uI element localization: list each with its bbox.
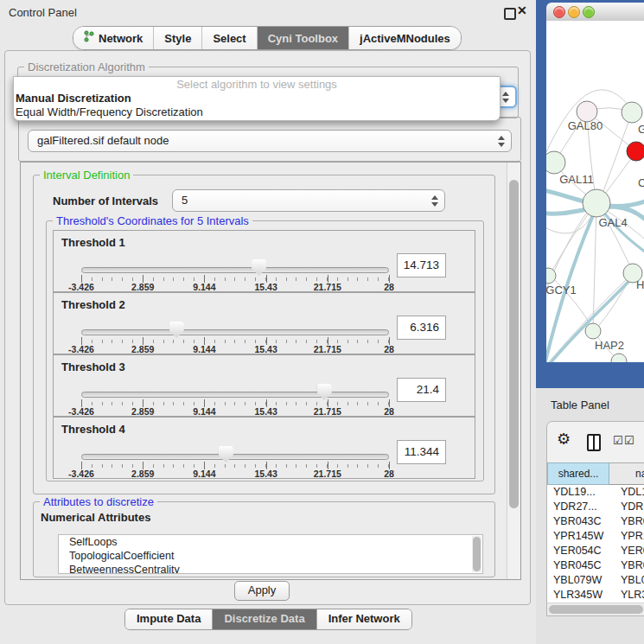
tab-style[interactable]: Style: [153, 27, 201, 49]
attribute-list-item[interactable]: TopologicalCoefficient: [59, 549, 482, 563]
table-hscrollbar-thumb[interactable]: [549, 605, 643, 614]
cell-shared-name[interactable]: YBL079W: [547, 573, 615, 588]
tab-discretize-data[interactable]: Discretize Data: [212, 609, 316, 629]
show-column-checkbox-icon[interactable]: ☑: [613, 435, 623, 447]
table-data-group: Table Data galFiltered.sif default node: [18, 117, 521, 162]
cell-shared-name[interactable]: YDR27...: [547, 500, 615, 514]
combo-stepper-icon: [498, 131, 505, 151]
settings-scrollbar[interactable]: [507, 163, 520, 579]
network-window-titlebar[interactable]: [546, 3, 644, 22]
threshold-value-field[interactable]: 6.316: [397, 316, 446, 340]
algorithm-option-equal-width[interactable]: Equal Width/Frequency Discretization: [14, 105, 500, 119]
threshold-value-field[interactable]: 11.344: [397, 440, 446, 464]
cell-name[interactable]: YDR2: [615, 500, 644, 514]
cell-shared-name[interactable]: YBR045C: [547, 558, 615, 573]
table-row[interactable]: YBR043CYBR0: [547, 514, 644, 529]
table-data-combobox-value: galFiltered.sif default node: [37, 134, 169, 147]
major-tick: [328, 275, 328, 283]
split-columns-icon[interactable]: [587, 434, 601, 451]
column-header-name[interactable]: na: [609, 462, 644, 485]
tab-select[interactable]: Select: [201, 27, 256, 49]
node-label: GA: [638, 123, 644, 136]
network-node-selected[interactable]: [627, 142, 644, 161]
table-row[interactable]: YER054CYER0: [547, 544, 644, 558]
slider-thumb[interactable]: [252, 259, 266, 276]
cell-name[interactable]: YBR0: [615, 558, 644, 573]
table-row[interactable]: YDR27...YDR2: [547, 500, 644, 514]
cell-name[interactable]: YLR3: [615, 588, 644, 603]
threshold-value-field[interactable]: 21.4: [397, 378, 446, 402]
tab-jactivemnodules[interactable]: jActiveMNodules: [348, 27, 461, 49]
scale-tick-label: 9.144: [193, 469, 215, 479]
list-scrollbar-thumb[interactable]: [473, 537, 481, 571]
slider-thumb[interactable]: [219, 446, 233, 462]
tab-infer-network[interactable]: Infer Network: [316, 609, 411, 629]
cell-shared-name[interactable]: YLR345W: [547, 588, 615, 603]
table-row[interactable]: YLR345WYLR3: [547, 588, 644, 603]
table-row[interactable]: YBL079WYBL0: [547, 573, 644, 588]
tab-impute-data[interactable]: Impute Data: [125, 609, 212, 629]
cell-shared-name[interactable]: YDL19...: [547, 485, 615, 500]
network-node[interactable]: [546, 151, 565, 174]
network-node[interactable]: [583, 189, 610, 217]
major-tick: [204, 399, 205, 407]
major-tick: [204, 337, 205, 345]
close-traffic-light-icon[interactable]: [553, 6, 565, 18]
attribute-list-item[interactable]: SelfLoops: [59, 535, 482, 549]
cell-shared-name[interactable]: YBR043C: [547, 514, 615, 529]
cell-name[interactable]: YPR1: [615, 529, 644, 544]
table-hscrollbar[interactable]: [547, 603, 644, 615]
network-canvas[interactable]: GAL80 GA C GAL11 GAL4 GCY1 H HAP2: [546, 21, 644, 362]
slider-track[interactable]: [81, 329, 389, 335]
table-row[interactable]: YBR045CYBR0: [547, 558, 644, 573]
tab-network[interactable]: Network: [73, 27, 153, 49]
number-of-intervals-value: 5: [182, 194, 188, 207]
threshold-label: Threshold 4: [61, 423, 125, 436]
network-node[interactable]: [611, 354, 627, 362]
show-column-checkbox-icon[interactable]: ☑: [624, 435, 634, 447]
network-window-frame: GAL80 GA C GAL11 GAL4 GCY1 H HAP2: [536, 0, 644, 388]
close-icon[interactable]: ✕: [517, 3, 527, 17]
algorithm-dropdown-hint[interactable]: Select algorithm to view settings: [14, 77, 500, 92]
attribute-list-item[interactable]: BetweennessCentrality: [59, 563, 482, 574]
cell-name[interactable]: YBL0: [615, 573, 644, 588]
major-tick: [328, 462, 328, 469]
major-tick: [81, 462, 82, 469]
cell-name[interactable]: YBR0: [615, 514, 644, 529]
table-row[interactable]: YDL19...YDL1: [547, 485, 644, 500]
table-data-combobox[interactable]: galFiltered.sif default node: [28, 130, 512, 152]
node-label: GAL11: [559, 173, 594, 186]
major-tick: [389, 462, 390, 469]
gear-icon[interactable]: ⚙: [557, 431, 571, 447]
cell-shared-name[interactable]: YER054C: [547, 544, 615, 558]
slider-track[interactable]: [81, 454, 389, 460]
node-label: H: [636, 278, 644, 291]
slider-track[interactable]: [81, 267, 389, 273]
cell-shared-name[interactable]: YPR145W: [547, 529, 615, 544]
major-tick: [81, 399, 82, 407]
zoom-traffic-light-icon[interactable]: [583, 6, 595, 18]
major-tick: [143, 337, 143, 345]
list-scrollbar[interactable]: [472, 536, 481, 572]
numerical-attributes-list[interactable]: SelfLoopsTopologicalCoefficientBetweenne…: [58, 534, 483, 574]
tab-cyni-toolbox[interactable]: Cyni Toolbox: [257, 27, 348, 49]
network-node[interactable]: [622, 102, 642, 123]
float-window-icon[interactable]: [504, 8, 516, 20]
apply-button[interactable]: Apply: [234, 581, 290, 601]
slider-thumb[interactable]: [169, 322, 184, 338]
slider-thumb[interactable]: [317, 384, 332, 400]
minimize-traffic-light-icon[interactable]: [568, 6, 580, 18]
column-header-shared-name[interactable]: shared...: [547, 462, 609, 485]
network-node[interactable]: [585, 323, 601, 339]
table-row[interactable]: YPR145WYPR1: [547, 529, 644, 544]
network-nodes[interactable]: [546, 101, 644, 362]
slider-track[interactable]: [81, 392, 389, 398]
node-label: HAP2: [595, 339, 624, 352]
cell-name[interactable]: YER0: [615, 544, 644, 558]
algorithm-option-manual[interactable]: Manual Discretization: [14, 92, 500, 105]
threshold-value-field[interactable]: 14.713: [397, 253, 446, 277]
attributes-group: Attributes to discretize Numerical Attri…: [33, 501, 495, 577]
number-of-intervals-spinner[interactable]: 5: [172, 189, 445, 212]
cell-name[interactable]: YDL1: [615, 485, 644, 500]
settings-scrollbar-thumb[interactable]: [509, 180, 519, 508]
